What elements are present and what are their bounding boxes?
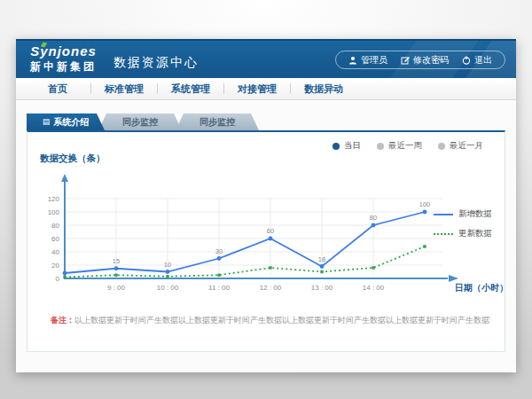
chart-legend: 新增数据 更新数据 [434, 208, 492, 239]
logo-subtext: 新中新集团 [30, 59, 97, 74]
svg-text:15: 15 [113, 257, 120, 265]
svg-text:0: 0 [56, 275, 60, 283]
legend-label: 更新数据 [458, 228, 492, 239]
remark-label: 备注： [51, 316, 74, 325]
tab-label: 同步监控 [122, 116, 158, 129]
svg-text:10 : 00: 10 : 00 [157, 284, 179, 292]
tab-sync-monitor-2[interactable]: 同步监控 [176, 113, 259, 130]
remark-text: 以上数据更新于时间产生数据以上数据更新于时间产生数据以上数据更新于时间产生数据以… [74, 316, 490, 325]
document-icon: ▤ [43, 118, 51, 126]
user-admin-button[interactable]: 管理员 [348, 54, 387, 66]
company-logo: Synjones 新中新集团 [30, 43, 97, 74]
radio-dot [438, 143, 445, 150]
legend-updated-data: 更新数据 [434, 228, 492, 239]
power-icon [462, 56, 471, 65]
tab-sync-monitor-1[interactable]: 同步监控 [98, 113, 182, 130]
user-menu: 管理员 修改密码 退出 [335, 51, 505, 69]
y-axis-title: 数据交换（条） [40, 153, 106, 165]
svg-text:60: 60 [267, 227, 274, 235]
change-password-button[interactable]: 修改密码 [401, 54, 449, 66]
edit-icon [401, 56, 410, 65]
radio-last-week[interactable]: 最近一周 [377, 140, 422, 152]
tab-bar: ▤ 系统介绍 同步监控 同步监控 [27, 113, 259, 130]
logout-button[interactable]: 退出 [462, 54, 492, 66]
app-header: Synjones 新中新集团 数据资源中心 管理员 修改密码 [16, 39, 516, 78]
svg-text:18: 18 [318, 255, 325, 263]
user-admin-label: 管理员 [361, 54, 387, 66]
svg-text:30: 30 [215, 247, 223, 255]
svg-text:12 : 00: 12 : 00 [260, 284, 282, 292]
nav-item-system-mgmt[interactable]: 系统管理 [158, 82, 223, 96]
nav-item-home[interactable]: 首页 [25, 82, 90, 96]
legend-new-data: 新增数据 [434, 208, 492, 220]
radio-label: 当日 [344, 140, 361, 152]
legend-line-sample-dotted [434, 233, 453, 235]
chart-panel: 当日 最近一周 最近一月 数据交换（条） 9 : 0010 : 0011 : 0… [27, 130, 505, 352]
content-area: ▤ 系统介绍 同步监控 同步监控 当日 最近一周 [16, 100, 516, 369]
svg-text:13 : 00: 13 : 00 [311, 284, 333, 292]
tab-label: 系统介绍 [53, 116, 89, 129]
legend-line-sample-solid [434, 214, 453, 215]
svg-text:日期（小时）: 日期（小时） [455, 283, 508, 293]
logo-text: Synjones [30, 43, 97, 59]
svg-text:40: 40 [51, 248, 59, 256]
legend-label: 新增数据 [458, 208, 492, 220]
nav-item-connect-mgmt[interactable]: 对接管理 [224, 82, 290, 96]
nav-item-data-change[interactable]: 数据异动 [291, 82, 356, 96]
svg-text:120: 120 [48, 195, 60, 203]
svg-text:80: 80 [51, 222, 59, 230]
radio-last-month[interactable]: 最近一月 [438, 140, 483, 152]
tab-label: 同步监控 [200, 116, 235, 129]
change-password-label: 修改密码 [413, 54, 449, 66]
svg-text:20: 20 [51, 262, 59, 270]
radio-label: 最近一月 [450, 140, 483, 152]
svg-text:14 : 00: 14 : 00 [363, 284, 385, 292]
nav-item-standard-mgmt[interactable]: 标准管理 [91, 82, 157, 96]
main-nav: 首页 标准管理 系统管理 对接管理 数据异动 [16, 78, 516, 100]
svg-text:100: 100 [48, 208, 60, 216]
svg-text:10: 10 [164, 261, 171, 269]
svg-text:100: 100 [419, 200, 431, 208]
radio-dot [377, 143, 384, 150]
logout-label: 退出 [474, 54, 492, 66]
time-range-filter: 当日 最近一周 最近一月 [332, 140, 483, 152]
tab-system-intro[interactable]: ▤ 系统介绍 [27, 113, 105, 130]
svg-text:60: 60 [51, 235, 59, 243]
page-title: 数据资源中心 [113, 55, 199, 71]
radio-today[interactable]: 当日 [332, 140, 361, 152]
radio-dot [332, 143, 340, 150]
svg-text:80: 80 [370, 214, 377, 222]
svg-text:9 : 00: 9 : 00 [107, 284, 126, 292]
user-icon [348, 56, 357, 65]
remark-note: 备注：以上数据更新于时间产生数据以上数据更新于时间产生数据以上数据更新于时间产生… [51, 315, 490, 326]
radio-label: 最近一周 [388, 140, 422, 152]
svg-text:11 : 00: 11 : 00 [208, 284, 230, 292]
main-window: Synjones 新中新集团 数据资源中心 管理员 修改密码 [16, 39, 516, 372]
